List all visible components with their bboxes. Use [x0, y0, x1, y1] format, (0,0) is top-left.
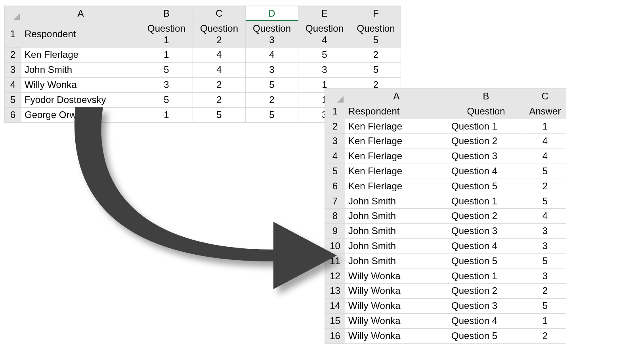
row-header[interactable]: 16	[325, 328, 345, 343]
cell[interactable]: John Smith	[345, 253, 448, 269]
column-title[interactable]: Respondent	[21, 21, 140, 48]
cell[interactable]: Question 2	[448, 209, 524, 224]
cell[interactable]: 4	[524, 209, 566, 224]
cell[interactable]: 5	[524, 299, 566, 314]
sheet2: ABC1RespondentQuestionAnswer2Ken Flerlag…	[325, 88, 566, 344]
column-title[interactable]: Question 5	[351, 21, 401, 48]
cell[interactable]: 5	[246, 77, 298, 92]
row-header[interactable]: 2	[5, 48, 21, 63]
column-header-A[interactable]: A	[21, 6, 140, 21]
select-all-corner[interactable]	[5, 6, 21, 21]
cell[interactable]: Question 4	[448, 164, 524, 179]
column-title[interactable]: Question 4	[298, 21, 351, 48]
select-all-corner[interactable]	[325, 89, 345, 104]
cell[interactable]: 5	[298, 48, 351, 63]
cell[interactable]: 5	[351, 63, 401, 78]
column-header-C[interactable]: C	[193, 6, 246, 21]
cell[interactable]: John Smith	[345, 238, 448, 253]
svg-marker-0	[13, 13, 20, 20]
column-title[interactable]: Respondent	[345, 104, 448, 119]
cell[interactable]: 1	[140, 48, 193, 63]
column-header-A[interactable]: A	[345, 89, 448, 104]
cell[interactable]: Question 5	[448, 179, 524, 194]
cell[interactable]: Ken Flerlage	[345, 134, 448, 149]
cell[interactable]: 3	[246, 63, 298, 78]
cell[interactable]: 3	[524, 224, 566, 239]
cell[interactable]: Willy Wonka	[345, 269, 448, 284]
cell[interactable]: 5	[524, 194, 566, 209]
arrow-icon	[59, 103, 345, 293]
cell[interactable]: Question 5	[448, 253, 524, 269]
cell[interactable]: 5	[524, 164, 566, 179]
cell[interactable]: Ken Flerlage	[345, 119, 448, 134]
row-header[interactable]: 14	[325, 299, 345, 314]
cell[interactable]: Willy Wonka	[345, 284, 448, 299]
cell[interactable]: John Smith	[345, 194, 448, 209]
column-header-F[interactable]: F	[351, 6, 401, 21]
column-title[interactable]: Question 1	[140, 21, 193, 48]
cell[interactable]: John Smith	[345, 209, 448, 224]
cell[interactable]: Ken Flerlage	[345, 179, 448, 194]
cell[interactable]: Ken Flerlage	[345, 149, 448, 164]
cell[interactable]: Question 1	[448, 194, 524, 209]
cell[interactable]: Question 2	[448, 284, 524, 299]
cell[interactable]: Question 4	[448, 313, 524, 328]
cell[interactable]: Question 1	[448, 119, 524, 134]
cell[interactable]: 2	[524, 179, 566, 194]
cell[interactable]: 3	[140, 77, 193, 92]
cell[interactable]: 3	[524, 238, 566, 253]
cell[interactable]: 1	[524, 313, 566, 328]
column-header-B[interactable]: B	[140, 6, 193, 21]
cell[interactable]: Question 2	[448, 134, 524, 149]
svg-marker-1	[337, 96, 344, 103]
column-header-B[interactable]: B	[448, 89, 524, 104]
cell[interactable]: 2	[524, 284, 566, 299]
cell[interactable]: Willy Wonka	[345, 313, 448, 328]
cell[interactable]: 2	[524, 328, 566, 343]
cell[interactable]: Question 3	[448, 149, 524, 164]
cell[interactable]: Question 1	[448, 269, 524, 284]
row-header[interactable]: 4	[5, 77, 21, 92]
column-header-E[interactable]: E	[298, 6, 351, 21]
column-title[interactable]: Question 2	[193, 21, 246, 48]
sheet2-table: ABC1RespondentQuestionAnswer2Ken Flerlag…	[325, 89, 566, 344]
column-title[interactable]: Question	[448, 104, 524, 119]
cell[interactable]: 2	[193, 77, 246, 92]
row-header[interactable]: 5	[5, 92, 21, 107]
cell[interactable]: 4	[193, 63, 246, 78]
cell[interactable]: Willy Wonka	[345, 328, 448, 343]
cell[interactable]: 1	[524, 119, 566, 134]
cell[interactable]: Question 3	[448, 224, 524, 239]
cell[interactable]: 3	[524, 269, 566, 284]
cell[interactable]: Willy Wonka	[21, 77, 140, 92]
cell[interactable]: 2	[351, 48, 401, 63]
cell[interactable]: 3	[298, 63, 351, 78]
cell[interactable]: 5	[524, 253, 566, 269]
column-header-C[interactable]: C	[524, 89, 566, 104]
cell[interactable]: 4	[524, 149, 566, 164]
row-header[interactable]: 1	[5, 21, 21, 48]
column-title[interactable]: Answer	[524, 104, 566, 119]
cell[interactable]: Question 5	[448, 328, 524, 343]
column-header-D[interactable]: D	[246, 6, 298, 21]
column-title[interactable]: Question 3	[246, 21, 298, 48]
row-header[interactable]: 3	[5, 63, 21, 78]
cell[interactable]: 5	[140, 63, 193, 78]
row-header[interactable]: 15	[325, 313, 345, 328]
cell[interactable]: John Smith	[21, 63, 140, 78]
cell[interactable]: 4	[524, 134, 566, 149]
cell[interactable]: 4	[193, 48, 246, 63]
row-header[interactable]: 6	[5, 107, 21, 122]
cell[interactable]: 4	[246, 48, 298, 63]
cell[interactable]: Question 4	[448, 238, 524, 253]
cell[interactable]: Question 3	[448, 299, 524, 314]
cell[interactable]: Willy Wonka	[345, 299, 448, 314]
cell[interactable]: John Smith	[345, 224, 448, 239]
cell[interactable]: Ken Flerlage	[21, 48, 140, 63]
cell[interactable]: Ken Flerlage	[345, 164, 448, 179]
